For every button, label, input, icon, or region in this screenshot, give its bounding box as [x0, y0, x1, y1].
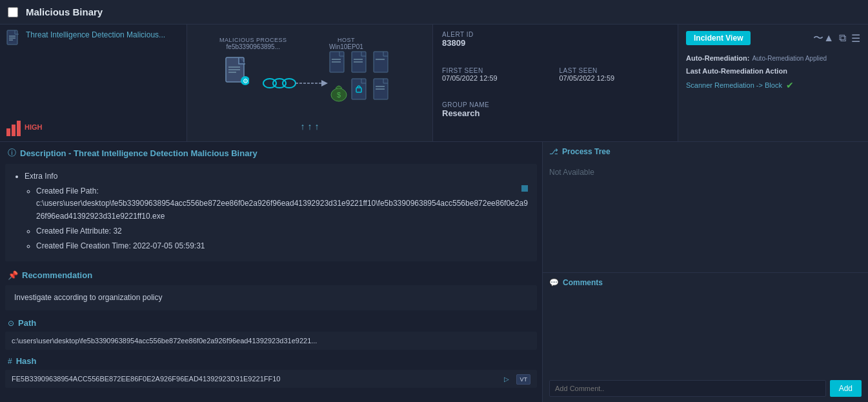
file-icon-5 — [373, 78, 392, 103]
info-icon: ⓘ — [8, 147, 16, 159]
host-name: Win10EP01 — [329, 43, 363, 50]
left-panel: Threat Intelligence Detection Malicious.… — [0, 25, 187, 141]
severity-label: HIGH — [25, 123, 43, 131]
description-title: Description - Threat Intelligence Detect… — [20, 148, 257, 158]
description-content: Extra Info Created File Path: c:\users\u… — [5, 164, 537, 261]
process-doc-icon: ⚙ — [225, 56, 249, 87]
recommendation-header: 📌 Recommendation — [0, 265, 542, 285]
hash-actions: ▷ VT — [504, 375, 530, 383]
tree-icon: ⎇ — [549, 147, 558, 156]
file-icon-1 — [329, 51, 348, 75]
content-row: Threat Intelligence Detection Malicious.… — [0, 25, 868, 142]
group-name-group: GROUP NAME Research — [442, 101, 552, 135]
vt-icon: ▷ — [504, 376, 509, 383]
process-tree-section: ⎇ Process Tree Not Available — [543, 142, 868, 273]
list-icon[interactable]: ☰ — [851, 32, 860, 45]
comments-body — [549, 292, 862, 376]
comments-title: Comments — [563, 278, 603, 287]
incident-view-button[interactable]: Incident View — [686, 31, 751, 45]
path-value: c:\users\user\desktop\fe5b33909638954acc… — [5, 332, 537, 350]
process-tree-title: Process Tree — [562, 147, 611, 156]
last-action-label: Last Auto-Remediation Action — [686, 67, 860, 75]
svg-rect-25 — [352, 79, 366, 99]
alert-id-label: ALERT ID — [442, 31, 552, 38]
far-right-panel: Incident View 〜▲ ⧉ ☰ Auto-Remediation: A… — [678, 25, 868, 141]
host-label-group: HOST Win10EP01 — [329, 37, 363, 50]
last-seen-label: LAST SEEN — [560, 67, 669, 74]
recommendation-content: Investigate according to organization po… — [5, 285, 537, 310]
document-icon — [6, 30, 21, 48]
hash-value: FE5B33909638954ACC556BE872EE86F0E2A926F9… — [12, 375, 280, 383]
process-tree-header: ⎇ Process Tree — [549, 147, 862, 156]
severity-bar: HIGH — [6, 118, 180, 136]
auto-rem-label: Auto-Remediation: — [686, 54, 749, 62]
svg-marker-14 — [321, 80, 328, 86]
vt-badge[interactable]: ▷ VT — [504, 375, 530, 383]
threat-intel-item: Threat Intelligence Detection Malicious.… — [6, 30, 180, 48]
diagram-container: MALICIOUS PROCESS fe5b3390963895... HOST… — [200, 32, 419, 135]
comments-icon: 💬 — [549, 278, 559, 287]
created-file-time: Created File Creation Time: 2022-07-05 0… — [36, 240, 528, 252]
main-body: ⓘ Description - Threat Intelligence Dete… — [0, 142, 868, 402]
bar-1 — [6, 128, 10, 136]
comments-header: 💬 Comments — [549, 278, 862, 287]
alert-grid: ALERT ID 83809 FIRST SEEN 07/05/2022 12:… — [442, 31, 669, 135]
last-seen-group: LAST SEEN 07/05/2022 12:59 — [560, 67, 669, 99]
created-file-attr: Created File Attribute: 32 — [36, 225, 528, 237]
host-label: HOST — [329, 37, 363, 43]
hash-value-box: FE5B33909638954ACC556BE872EE86F0E2A926F9… — [5, 370, 537, 388]
description-header: ⓘ Description - Threat Intelligence Dete… — [0, 142, 542, 164]
top-icons: 〜▲ ⧉ ☰ — [813, 32, 860, 45]
process-label-group: MALICIOUS PROCESS fe5b3390963895... — [219, 37, 287, 50]
bar-2 — [12, 125, 15, 136]
header-checkbox[interactable] — [8, 7, 18, 17]
path-icon: ⊙ — [8, 319, 14, 328]
bar-chart — [6, 118, 21, 136]
right-info-panel: ⎇ Process Tree Not Available 💬 Comments … — [542, 142, 868, 402]
comment-input[interactable] — [549, 380, 826, 397]
malicious-process-label: MALICIOUS PROCESS — [219, 37, 287, 43]
first-seen-value: 07/05/2022 12:59 — [442, 74, 552, 82]
comments-section: 💬 Comments Add — [543, 273, 868, 402]
auto-rem-value: Auto-Remediation Applied — [752, 55, 827, 62]
money-bag-icon: $ — [329, 78, 348, 103]
file-group: $ — [329, 51, 394, 104]
top-header: Malicious Binary — [0, 0, 868, 25]
svg-rect-0 — [7, 30, 17, 45]
extra-info-label: Extra Info — [25, 172, 57, 181]
hash-header: # Hash — [0, 352, 542, 370]
expand-arrows[interactable]: ↑ ↑ ↑ — [301, 121, 319, 132]
file-icon-2 — [351, 51, 370, 75]
first-seen-label: FIRST SEEN — [442, 67, 552, 74]
path-header: ⊙ Path — [0, 314, 542, 332]
check-icon: ✔ — [786, 80, 794, 90]
svg-text:⚙: ⚙ — [243, 77, 248, 85]
highlight-indicator — [521, 185, 528, 192]
svg-text:$: $ — [337, 91, 341, 99]
not-available-text: Not Available — [549, 161, 862, 183]
scanner-row: Scanner Remediation -> Block ✔ — [686, 80, 860, 90]
recommendation-title: Recommendation — [22, 270, 92, 280]
file-locked-icon — [351, 78, 370, 103]
spacer — [560, 31, 669, 65]
add-comment-button[interactable]: Add — [830, 380, 862, 397]
group-name-value: Research — [442, 108, 552, 118]
first-seen-group: FIRST SEEN 07/05/2022 12:59 — [442, 67, 552, 99]
malicious-process-name: fe5b3390963895... — [219, 43, 287, 50]
created-file-path-label: Created File Path: — [36, 186, 99, 196]
waveform-icon[interactable]: 〜▲ — [813, 32, 834, 45]
threat-intel-label[interactable]: Threat Intelligence Detection Malicious.… — [26, 30, 165, 41]
desc-panel: ⓘ Description - Threat Intelligence Dete… — [0, 142, 542, 402]
path-title: Path — [18, 318, 36, 328]
copy-icon[interactable]: ⧉ — [839, 32, 846, 44]
alert-id-value: 83809 — [442, 38, 552, 48]
recommendation-text: Investigate according to organization po… — [14, 293, 162, 302]
header-title: Malicious Binary — [26, 6, 860, 17]
alert-id-group: ALERT ID 83809 — [442, 31, 552, 65]
file-icon-3 — [373, 51, 392, 75]
svg-rect-21 — [374, 52, 388, 72]
scanner-link[interactable]: Scanner Remediation -> Block — [686, 81, 782, 89]
hash-icon: # — [8, 357, 12, 366]
alert-info-panel: ALERT ID 83809 FIRST SEEN 07/05/2022 12:… — [432, 25, 678, 141]
pin-icon: 📌 — [8, 270, 18, 280]
